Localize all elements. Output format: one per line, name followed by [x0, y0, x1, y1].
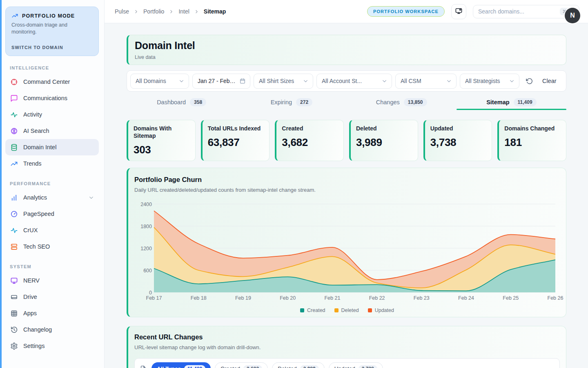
sidebar-item-crux[interactable]: CrUX: [5, 222, 99, 238]
chevron-down-icon: [509, 78, 515, 84]
tab-dashboard[interactable]: Dashboard358: [127, 96, 236, 110]
breadcrumb-sitemap[interactable]: Sitemap: [204, 8, 226, 15]
tab-sitemap[interactable]: Sitemap11,409: [457, 96, 566, 110]
filter-select-all-account-st-[interactable]: All Account St...: [316, 74, 392, 89]
portfolio-mode-card: PORTFOLIO MODE Cross-domain triage and m…: [5, 7, 99, 56]
sidebar-item-nerv[interactable]: NERV: [5, 272, 99, 289]
sidebar-item-analytics[interactable]: Analytics: [5, 189, 99, 206]
stat-value: 303: [134, 144, 190, 156]
svg-text:Feb 22: Feb 22: [369, 295, 385, 301]
chat-icon: [10, 94, 18, 102]
filter-bar: All DomainsJan 27 - Feb ...All Shirt Siz…: [127, 70, 566, 92]
sidebar-item-communications[interactable]: Communications: [5, 90, 99, 106]
sidebar-accent-edge: [0, 0, 2, 368]
sidebar-item-drive[interactable]: Drive: [5, 289, 99, 305]
select-value: All CSM: [401, 78, 421, 84]
stat-cards: Domains With Sitemap303Total URLs Indexe…: [127, 120, 566, 161]
crosshair-icon: [10, 78, 18, 86]
legend-label: Created: [307, 307, 325, 313]
switch-to-domain-button[interactable]: SWITCH TO DOMAIN: [11, 45, 93, 50]
stat-value: 181: [504, 136, 561, 149]
tab-label: Dashboard: [157, 99, 186, 105]
gauge-icon: [10, 210, 18, 218]
stat-card-total-urls-indexed: Total URLs Indexed63,837: [201, 120, 270, 161]
breadcrumb-portfolio[interactable]: Portfolio: [143, 8, 164, 15]
sidebar-item-label: Communications: [23, 95, 67, 101]
sidebar-item-label: Domain Intel: [23, 144, 56, 150]
sidebar-item-tech-seo[interactable]: Tech SEO: [5, 238, 99, 255]
sidebar-item-pagespeed[interactable]: PageSpeed: [5, 206, 99, 222]
chevron-down-icon: [446, 78, 452, 84]
tab-label: Changes: [376, 99, 400, 105]
sidebar-item-label: Drive: [23, 294, 37, 300]
sidebar-item-activity[interactable]: Activity: [5, 106, 99, 123]
workspace-badge: PORTFOLIO WORKSPACE: [367, 6, 445, 17]
breadcrumb-intel[interactable]: Intel: [178, 8, 189, 15]
drive-icon: [10, 293, 18, 301]
screen-share-button[interactable]: [451, 4, 466, 19]
stat-label: Updated: [430, 125, 487, 132]
sidebar-item-label: NERV: [23, 277, 40, 284]
monitor-icon: [10, 277, 18, 285]
tab-changes[interactable]: Changes13,850: [347, 96, 457, 110]
select-value: Jan 27 - Feb ...: [198, 78, 236, 84]
stat-card-domains-with-sitemap: Domains With Sitemap303: [127, 120, 196, 161]
search-input[interactable]: Search domains... ⌘K: [473, 5, 579, 18]
sidebar-item-apps[interactable]: Apps: [5, 305, 99, 321]
nav-section-label-system: SYSTEM: [10, 264, 104, 269]
svg-text:1200: 1200: [140, 246, 152, 251]
type-pill-all-types[interactable]: All Types11,409: [151, 362, 211, 368]
sidebar-item-label: Settings: [23, 343, 45, 349]
tab-bar: Dashboard358Expiring272Changes13,850Site…: [127, 96, 566, 110]
filter-select-all-csm[interactable]: All CSM: [395, 74, 457, 89]
server-icon: [10, 243, 18, 251]
monitor-share-icon: [455, 7, 463, 16]
breadcrumb-pulse[interactable]: Pulse: [115, 8, 129, 15]
filter-select-jan-27-feb-[interactable]: Jan 27 - Feb ...: [192, 74, 250, 89]
legend-label: Updated: [375, 307, 394, 313]
sidebar-item-settings[interactable]: Settings: [5, 338, 99, 354]
sidebar-item-label: Apps: [23, 310, 37, 316]
type-filter-pills: All Types11,409Created3,682Deleted3,989U…: [151, 362, 383, 368]
brain-icon: [10, 127, 18, 135]
breadcrumb: PulsePortfolioIntelSitemap: [115, 8, 226, 15]
clear-filters-button[interactable]: Clear: [542, 78, 557, 84]
type-pill-deleted[interactable]: Deleted3,989: [272, 362, 325, 368]
nav-section-label-intelligence: INTELLIGENCE: [10, 65, 104, 70]
chevron-right-icon: [169, 9, 174, 14]
pill-count-badge: 3,682: [243, 365, 262, 368]
filter-select-all-shirt-sizes[interactable]: All Shirt Sizes: [254, 74, 313, 89]
svg-text:Feb 24: Feb 24: [458, 295, 474, 301]
recent-filter-row: All Types11,409Created3,682Deleted3,989U…: [134, 358, 560, 368]
trend-up-icon: [11, 12, 18, 19]
chevron-down-icon: [178, 78, 185, 84]
filter-select-all-domains[interactable]: All Domains: [130, 74, 189, 89]
sidebar-item-trends[interactable]: Trends: [5, 155, 99, 172]
pill-count-badge: 3,738: [359, 365, 377, 368]
reset-filters-button[interactable]: [526, 78, 533, 85]
type-pill-updated[interactable]: Updated3,738: [329, 362, 383, 368]
svg-text:Feb 18: Feb 18: [191, 295, 207, 301]
chevron-right-icon: [134, 9, 139, 14]
sidebar-item-ai-search[interactable]: AI Search: [5, 123, 99, 139]
activity-icon: [10, 111, 18, 119]
portfolio-mode-title: PORTFOLIO MODE: [22, 13, 75, 19]
filter-select-all-strategists[interactable]: All Strategists: [460, 74, 519, 89]
svg-text:0: 0: [149, 290, 152, 296]
main-area: PulsePortfolioIntelSitemap PORTFOLIO WOR…: [105, 0, 588, 368]
legend-swatch: [300, 308, 304, 312]
select-value: All Account St...: [322, 78, 362, 84]
churn-chart-card: Portfolio Page Churn Daily URL created/d…: [127, 168, 566, 317]
type-pill-created[interactable]: Created3,682: [215, 362, 268, 368]
stat-label: Deleted: [356, 125, 413, 132]
sidebar-item-domain-intel[interactable]: Domain Intel: [5, 139, 99, 155]
sidebar-item-label: CrUX: [23, 227, 38, 233]
bar-chart-icon: [10, 194, 18, 202]
nav-section-label-performance: PERFORMANCE: [10, 181, 104, 186]
sidebar-item-changelog[interactable]: Changelog: [5, 321, 99, 338]
tab-expiring[interactable]: Expiring272: [236, 96, 346, 110]
select-value: All Strategists: [465, 78, 500, 84]
sidebar-item-command-center[interactable]: Command Center: [5, 74, 99, 90]
recent-title: Recent URL Changes: [134, 333, 560, 341]
avatar[interactable]: N: [565, 8, 580, 23]
